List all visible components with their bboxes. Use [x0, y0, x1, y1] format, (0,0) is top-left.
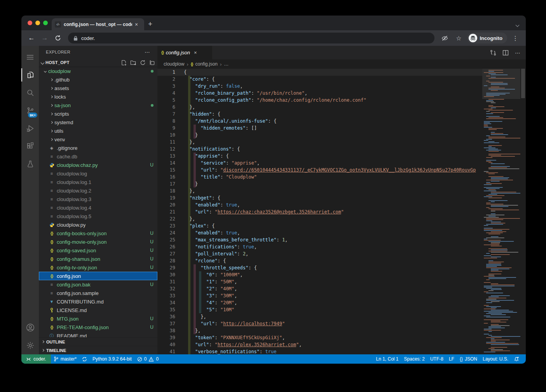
code-line-21[interactable]: 21 "url": "https://chaz:chaz3526@nzbget.… [157, 208, 482, 215]
code-line-13[interactable]: 13 "apprise": { [157, 153, 482, 160]
forward-button[interactable]: → [39, 33, 50, 43]
tree-item-cloudplow.log.4[interactable]: ≡cloudplow.log.4 [39, 203, 157, 212]
new-file-icon[interactable] [121, 60, 127, 66]
code-line-1[interactable]: 1{ [157, 69, 482, 76]
tree-item-LICENSE.md[interactable]: LICENSE.md [39, 306, 157, 314]
tree-item-cloudplow.log[interactable]: ≡cloudplow.log [39, 169, 157, 178]
bookmark-star-button[interactable]: ☆ [453, 33, 465, 43]
tree-item-config.json.sample[interactable]: ≡config.json.sample [39, 289, 157, 297]
tree-item-cloudplow.py[interactable]: cloudplow.py [39, 220, 157, 229]
code-line-12[interactable]: 12 "notifications": { [157, 146, 482, 153]
settings-gear-button[interactable] [21, 336, 39, 354]
tree-item-config-tv-only.json[interactable]: {}config-tv-only.jsonU [39, 263, 157, 272]
python-version-status[interactable]: Python 3.9.2 64-bit [90, 354, 134, 364]
code-line-19[interactable]: 19 "nzbget": { [157, 194, 482, 201]
new-tab-button[interactable]: + [148, 20, 152, 28]
code-line-29[interactable]: 29 "throttle_speeds": { [157, 264, 482, 271]
tree-item-config.json.bak[interactable]: ≡config.json.bakU [39, 280, 157, 289]
code-line-2[interactable]: 2 "core": { [157, 76, 482, 83]
notifications-bell-button[interactable] [511, 354, 522, 364]
workspace-section-header[interactable]: HOST_OPT [39, 58, 157, 67]
code-line-16[interactable]: 16 "title": "Cloudplow" [157, 173, 482, 180]
language-mode-status[interactable]: {} JSON [457, 354, 480, 364]
code-line-7[interactable]: 7 "hidden": { [157, 111, 482, 118]
code-line-10[interactable]: 10 } [157, 132, 482, 139]
code-line-11[interactable]: 11 }, [157, 139, 482, 146]
code-line-34[interactable]: 34 "4": "20M", [157, 299, 482, 306]
source-control-activity-button[interactable]: 9K+ [21, 102, 39, 120]
code-line-23[interactable]: 23 "plex": { [157, 222, 482, 229]
tree-item-cloudplow.chaz.py[interactable]: cloudplow.chaz.pyU [39, 161, 157, 169]
tree-item-venv[interactable]: venv [39, 135, 157, 144]
outline-section-header[interactable]: OUTLINE [39, 337, 157, 346]
tree-item-scripts[interactable]: scripts [39, 109, 157, 118]
code-line-9[interactable]: 9 "hidden_remotes": [] [157, 125, 482, 132]
code-line-5[interactable]: 5 "rclone_config_path": "/home/chaz/.con… [157, 97, 482, 104]
tree-item-MTG.json[interactable]: {}MTG.jsonU [39, 314, 157, 323]
timeline-section-header[interactable]: TIMELINE [39, 346, 157, 354]
tree-item-utils[interactable]: utils [39, 127, 157, 135]
code-line-4[interactable]: 4 "rclone_binary_path": "/usr/bin/rclone… [157, 90, 482, 97]
problems-status[interactable]: 0 0 [134, 354, 161, 364]
tree-item-config.json[interactable]: {}config.json [39, 272, 157, 280]
tree-item-config-movie-only.json[interactable]: {}config-movie-only.jsonU [39, 238, 157, 246]
code-line-32[interactable]: 32 "2": "40M", [157, 285, 482, 292]
collapse-all-icon[interactable] [149, 60, 155, 66]
search-activity-button[interactable] [21, 84, 39, 102]
tree-item-PRE-TEAM-config.json[interactable]: {}PRE-TEAM-config.jsonU [39, 323, 157, 331]
tree-item-sa-json[interactable]: sa-json [39, 101, 157, 109]
testing-activity-button[interactable] [21, 155, 39, 173]
tree-item-.github[interactable]: .github [39, 75, 157, 84]
maximize-window-button[interactable] [43, 21, 48, 25]
account-button[interactable] [21, 319, 39, 336]
code-line-38[interactable]: 38 }, [157, 327, 482, 334]
editor-more-actions-icon[interactable]: ⋯ [515, 50, 520, 56]
encoding-status[interactable]: UTF-8 [427, 354, 446, 364]
tree-item-CONTRIBUTING.md[interactable]: ▼CONTRIBUTING.md [39, 297, 157, 306]
code-line-22[interactable]: 22 }, [157, 215, 482, 222]
code-line-20[interactable]: 20 "enabled": true, [157, 201, 482, 208]
minimap-slider[interactable] [482, 69, 520, 99]
tree-item-assets[interactable]: assets [39, 84, 157, 92]
tree-item-README.md[interactable]: ⓘREADME.md [39, 331, 157, 337]
code-line-15[interactable]: 15 "url": "discord://650104445434331137/… [157, 167, 482, 173]
code-line-31[interactable]: 31 "1": "50M", [157, 278, 482, 285]
breadcrumb-file[interactable]: config.json [195, 61, 218, 67]
close-tab-icon[interactable]: × [135, 22, 138, 27]
back-button[interactable]: ← [26, 33, 37, 43]
explorer-more-actions-icon[interactable]: ⋯ [145, 49, 150, 55]
url-text[interactable]: coder. [81, 35, 95, 41]
code-line-8[interactable]: 8 "/mnt/local/.unionfs-fuse": { [157, 118, 482, 125]
code-line-14[interactable]: 14 "service": "apprise", [157, 160, 482, 167]
code-area[interactable]: 1{2 "core": {3 "dry_run": false,4 "rclon… [157, 69, 526, 354]
code-line-41[interactable]: 41 "verbose_notifications": true [157, 348, 482, 354]
tree-item-config-books-only.json[interactable]: {}config-books-only.jsonU [39, 229, 157, 238]
tree-item-config-saved.json[interactable]: {}config-saved.jsonU [39, 246, 157, 255]
sync-button[interactable] [79, 354, 90, 364]
code-line-39[interactable]: 39 "token": "PXNNXUEfYSCkUspGiiXj", [157, 334, 482, 341]
close-window-button[interactable] [28, 21, 32, 25]
code-line-3[interactable]: 3 "dry_run": false, [157, 83, 482, 90]
code-line-28[interactable]: 28 "rclone": { [157, 257, 482, 264]
eol-status[interactable]: LF [446, 354, 457, 364]
new-folder-icon[interactable] [130, 60, 136, 66]
editor-tab-config-json[interactable]: {} config.json × [157, 46, 213, 59]
browser-tab[interactable]: ‹/› config.json — host_opt — code × [52, 18, 144, 30]
tree-item-cloudplow.log.5[interactable]: ≡cloudplow.log.5 [39, 212, 157, 220]
code-line-17[interactable]: 17 } [157, 180, 482, 187]
tree-item-cloudplow[interactable]: cloudplow [39, 67, 157, 75]
breadcrumb-folder[interactable]: cloudplow [164, 61, 184, 67]
code-line-37[interactable]: 37 "url": "http://localhost:7949" [157, 320, 482, 327]
cursor-position-status[interactable]: Ln 1, Col 1 [373, 354, 401, 364]
minimap[interactable] [482, 69, 520, 354]
tree-item-config-shamus.json[interactable]: {}config-shamus.jsonU [39, 255, 157, 263]
keyboard-layout-status[interactable]: Layout: U.S. [480, 354, 511, 364]
menu-button[interactable] [21, 48, 39, 66]
address-bar[interactable]: coder. [68, 33, 434, 43]
breadcrumb-symbol[interactable]: … [224, 61, 229, 67]
tree-item-systemd[interactable]: systemd [39, 118, 157, 127]
tree-item-locks[interactable]: locks [39, 92, 157, 101]
tree-item-cloudplow.log.3[interactable]: ≡cloudplow.log.3 [39, 195, 157, 203]
code-line-26[interactable]: 26 "notifications": true, [157, 243, 482, 250]
code-line-24[interactable]: 24 "enabled": true, [157, 229, 482, 236]
